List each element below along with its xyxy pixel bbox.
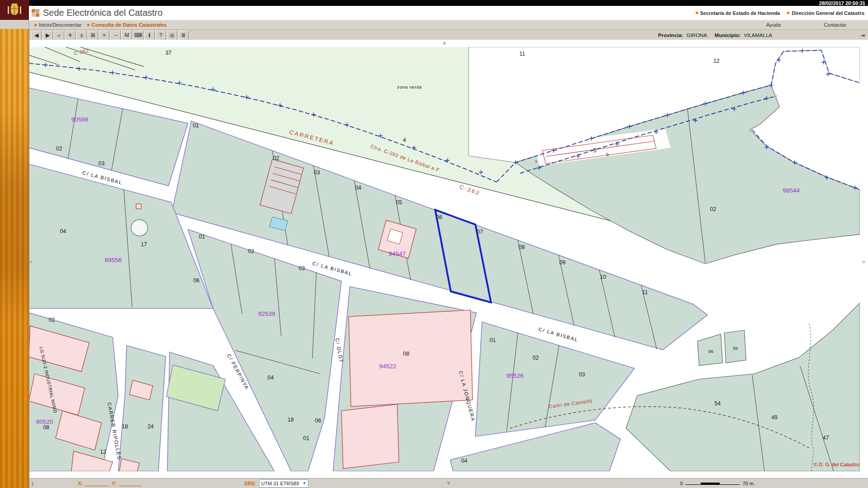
map-label: 4 bbox=[403, 137, 406, 143]
map-viewport: ∧ < bbox=[29, 40, 860, 479]
x-value-blank bbox=[85, 481, 109, 486]
map-label: 5 bbox=[593, 147, 596, 154]
catastro-app: 28/02/2017 20:50:31 Sede Electrónica del… bbox=[0, 0, 868, 488]
status-bar: L X: Y: SRS: UTM 31 ETRS89 ▼ ∨ 0 70 m. bbox=[29, 478, 868, 488]
map-label: 03 bbox=[579, 371, 585, 378]
locate-button[interactable]: ◎ bbox=[167, 31, 177, 40]
map-label: 07 bbox=[477, 229, 483, 235]
map-label: 89556 bbox=[105, 257, 122, 263]
map-label: zona verda bbox=[397, 84, 422, 89]
y-label: Y: bbox=[112, 481, 116, 486]
map-label: 06 bbox=[315, 418, 321, 424]
map-label: 94547 bbox=[389, 250, 406, 257]
nav-item-ayuda[interactable]: Ayuda bbox=[766, 22, 781, 28]
layers-button[interactable]: ≣ bbox=[178, 31, 189, 40]
parcel-block-industrial-east[interactable] bbox=[118, 346, 166, 471]
srs-select[interactable]: UTM 31 ETRS89 ▼ bbox=[259, 479, 309, 488]
map-label: C/ LA BISBAL bbox=[538, 326, 579, 343]
zoom-out-button[interactable]: − bbox=[110, 31, 121, 40]
orange-bullet-icon bbox=[787, 12, 789, 14]
map-label: 01 bbox=[490, 337, 496, 343]
scale-indicator: 0 70 m. bbox=[680, 481, 755, 486]
map-label: 03 bbox=[314, 169, 320, 176]
spain-coat-of-arms bbox=[0, 0, 29, 20]
municipality-value: VILAMALLA bbox=[744, 33, 772, 38]
org-hacienda: Secretaría de Estado de Hacienda bbox=[696, 10, 780, 16]
map-top-strip: ∧ bbox=[29, 40, 860, 47]
map-label: 08 bbox=[403, 351, 410, 357]
province-value: GIRONA bbox=[686, 33, 707, 38]
main-panel: 28/02/2017 20:50:31 Sede Electrónica del… bbox=[29, 0, 868, 488]
map-label: 02 bbox=[248, 248, 254, 254]
coordinate-readout: X: Y: bbox=[78, 481, 142, 486]
forward-button[interactable]: ▶ bbox=[42, 31, 53, 40]
map-label: 49 bbox=[771, 415, 778, 421]
nav-item-consulta[interactable]: Consulta de Datos Catastrales bbox=[87, 22, 167, 28]
zoom-in-button[interactable]: + bbox=[99, 31, 109, 40]
map-label: 47 bbox=[823, 435, 829, 441]
chevron-down-icon: ▼ bbox=[302, 481, 306, 485]
map-label: 18 bbox=[288, 417, 294, 423]
map-label: 37 bbox=[165, 50, 172, 56]
orange-bullet-icon bbox=[696, 12, 698, 14]
parcel-block-95526[interactable] bbox=[476, 322, 635, 436]
map-label: 02 bbox=[273, 155, 279, 161]
map-label: a bbox=[535, 159, 538, 164]
srs-control: SRS: UTM 31 ETRS89 ▼ bbox=[244, 479, 308, 488]
y-value-blank bbox=[119, 481, 142, 486]
pan-hand-button[interactable]: ✛ bbox=[65, 31, 75, 40]
map-label: 02 bbox=[533, 355, 539, 361]
map-label: 06 bbox=[436, 214, 442, 221]
map-label: 11 bbox=[642, 289, 648, 296]
nav-item-inicio[interactable]: Inicio/Desconectar bbox=[34, 22, 82, 28]
municipality-label: Municipio: bbox=[715, 33, 741, 38]
building-94522-main bbox=[349, 310, 472, 406]
nav-item-contactar[interactable]: Contactar bbox=[824, 22, 846, 28]
map-label: 56 bbox=[708, 349, 713, 354]
cadastral-map[interactable]: 37111245ba010203040506070809101102030417… bbox=[29, 47, 860, 471]
location-indicator: Provincia: GIRONA Municipio: VILAMALLA bbox=[658, 33, 772, 38]
map-label: 04 bbox=[355, 185, 361, 191]
map-label: 02 bbox=[49, 317, 55, 323]
header-organizations: Secretaría de Estado de Hacienda Direcci… bbox=[696, 10, 868, 16]
map-label: 95526 bbox=[506, 372, 524, 379]
map-label: 11 bbox=[519, 51, 525, 57]
sidebar-gap bbox=[0, 20, 29, 29]
coat-of-arms-icon bbox=[5, 2, 24, 18]
full-extent-button[interactable]: ⊞ bbox=[88, 31, 98, 40]
scroll-down-button[interactable]: ∨ bbox=[447, 480, 450, 485]
map-label: 90520 bbox=[36, 418, 53, 425]
scroll-right-button[interactable]: > bbox=[862, 259, 865, 264]
site-header: Sede Electrónica del Catastro Secretaría… bbox=[29, 6, 868, 20]
building-94522-lower bbox=[341, 404, 399, 469]
scroll-left-button[interactable]: < bbox=[29, 259, 32, 264]
map-label: 17 bbox=[141, 241, 147, 248]
map-label: C/ OLOT bbox=[335, 338, 344, 363]
print-button[interactable]: ⌨ bbox=[133, 31, 143, 40]
right-strip: > bbox=[860, 40, 868, 479]
scale-end: 70 m. bbox=[742, 481, 755, 486]
map-label: 08 bbox=[43, 424, 49, 431]
map-label: © D. G. del Catastro bbox=[814, 462, 859, 467]
measure-button[interactable]: M bbox=[122, 31, 132, 40]
map-label: 03 bbox=[299, 265, 305, 272]
map-label: 12 bbox=[100, 449, 106, 455]
nav-bar: Inicio/Desconectar Consulta de Datos Cat… bbox=[29, 20, 868, 30]
help-tool-button[interactable]: ? bbox=[156, 31, 166, 40]
map-label: 04 bbox=[60, 228, 66, 235]
map-label: 04 bbox=[461, 458, 467, 464]
exit-icon[interactable]: ⇥ bbox=[859, 31, 867, 39]
back-button[interactable]: ◀ bbox=[31, 31, 42, 40]
orange-bullet-icon bbox=[34, 24, 37, 26]
map-label: 55 bbox=[733, 346, 738, 351]
map-label: 24 bbox=[147, 423, 154, 430]
orange-bullet-icon bbox=[87, 24, 90, 26]
scroll-up-button[interactable]: ∧ bbox=[443, 41, 446, 46]
map-label: 18 bbox=[122, 423, 128, 430]
feature-info-button[interactable]: ℹ bbox=[144, 31, 155, 40]
map-label: 90556 bbox=[71, 116, 88, 123]
catastro-logo-icon bbox=[32, 9, 39, 17]
left-sidebar bbox=[0, 0, 29, 488]
zoom-box-button[interactable]: ⌕ bbox=[54, 31, 64, 40]
zoom-steps-button[interactable]: ± bbox=[76, 31, 87, 40]
